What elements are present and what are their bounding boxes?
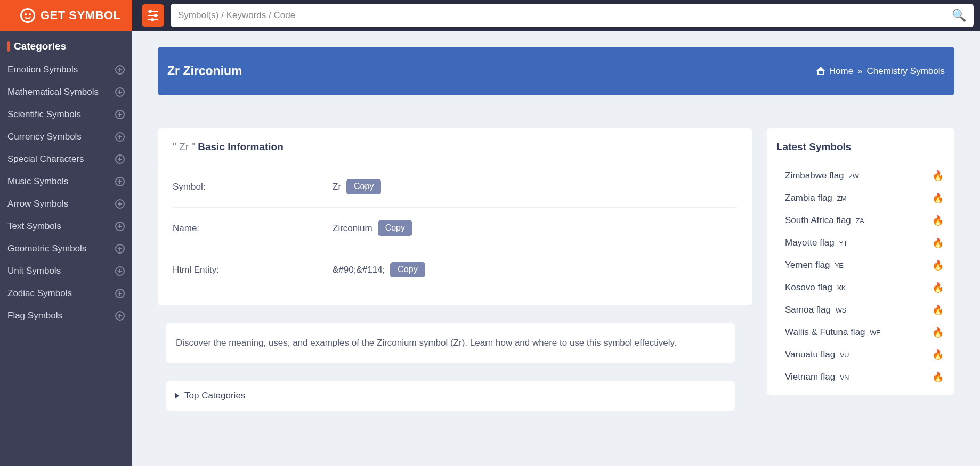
latest-item-label: Zambia flag ZM [785,193,846,203]
page-header: Zr Zirconium Home » Chemistry Symbols [158,47,954,95]
latest-item-label: Kosovo flag XK [785,282,846,293]
home-icon [816,68,825,75]
latest-item-label: Mayotte flag YT [785,238,847,248]
sidebar-item-label: Zodiac Symbols [7,288,72,299]
main-content: Zr Zirconium Home » Chemistry Symbols " … [132,31,980,466]
latest-item[interactable]: Vanuatu flag VU🔥 [770,344,951,366]
plus-circle-icon [115,266,125,276]
flag-glyph: ZA [856,217,864,225]
latest-item[interactable]: Kosovo flag XK🔥 [770,276,951,299]
sidebar-item[interactable]: Emotion Symbols [0,59,132,81]
search-box: 🔍 [171,4,974,27]
sidebar: Categories Emotion SymbolsMathematical S… [0,31,132,466]
latest-title: Latest Symbols [767,128,954,165]
sidebar-item[interactable]: Special Characters [0,148,132,170]
sidebar-item[interactable]: Mathematical Symbols [0,81,132,103]
info-row: Html Entity:&#90;&#114;Copy [173,249,737,290]
sidebar-title-text: Categories [14,40,66,52]
sidebar-item[interactable]: Geometric Symbols [0,238,132,260]
accordion-toggle[interactable]: Top Categories [175,390,726,401]
latest-item[interactable]: Mayotte flag YT🔥 [770,232,951,254]
sidebar-item-label: Unit Symbols [7,266,61,276]
latest-item[interactable]: Zambia flag ZM🔥 [770,187,951,209]
sidebar-item-label: Arrow Symbols [7,199,68,209]
header-title: Basic Information [198,141,283,152]
fire-icon: 🔥 [932,371,944,383]
top-categories-card: Top Categories [166,381,735,411]
brand-logo[interactable]: GET SYMBOL [0,0,132,31]
copy-button[interactable]: Copy [378,220,412,236]
info-value: ZrCopy [333,179,381,194]
sidebar-item-label: Currency Symbols [7,132,82,142]
search-area: 🔍 [132,4,980,27]
flag-glyph: WF [870,329,880,337]
latest-item[interactable]: Wallis & Futuna flag WF🔥 [770,321,951,344]
sidebar-item[interactable]: Unit Symbols [0,260,132,282]
info-label: Html Entity: [173,265,333,275]
brand-text: GET SYMBOL [41,9,120,22]
sidebar-item[interactable]: Flag Symbols [0,305,132,327]
copy-button[interactable]: Copy [390,262,425,277]
card-header: " Zr " Basic Information [158,128,752,166]
latest-item-label: Wallis & Futuna flag WF [785,327,880,338]
info-row: Name:ZirconiumCopy [173,208,737,249]
latest-item[interactable]: Zimbabwe flag ZW🔥 [770,165,951,187]
info-value: &#90;&#114;Copy [333,262,425,277]
flag-glyph: VN [840,373,849,381]
sidebar-item[interactable]: Scientific Symbols [0,103,132,126]
latest-item[interactable]: Yemen flag YE🔥 [770,254,951,276]
breadcrumb-home[interactable]: Home [829,66,853,77]
plus-circle-icon [115,311,125,321]
page-title: Zr Zirconium [167,64,242,78]
plus-circle-icon [115,289,125,298]
latest-item-label: Zimbabwe flag ZW [785,170,859,181]
filter-button[interactable] [142,4,164,27]
sidebar-item[interactable]: Currency Symbols [0,126,132,148]
info-label: Name: [173,223,333,234]
fire-icon: 🔥 [932,349,944,361]
info-value-text: Zr [333,182,341,192]
info-value-text: Zirconium [333,223,372,234]
sidebar-item[interactable]: Text Symbols [0,215,132,238]
fire-icon: 🔥 [932,282,944,293]
latest-item[interactable]: Vietnam flag VN🔥 [770,366,951,388]
plus-circle-icon [115,222,125,231]
flag-glyph: WS [836,306,846,314]
fire-icon: 🔥 [932,170,944,182]
plus-circle-icon [115,177,125,186]
info-value: ZirconiumCopy [333,220,412,236]
description-text: Discover the meaning, uses, and examples… [176,338,677,348]
flag-glyph: XK [837,284,846,292]
plus-circle-icon [115,244,125,254]
latest-item-label: Vanuatu flag VU [785,349,849,360]
latest-item[interactable]: Samoa flag WS🔥 [770,299,951,321]
sidebar-item[interactable]: Arrow Symbols [0,193,132,215]
sidebar-item-label: Flag Symbols [7,310,62,321]
fire-icon: 🔥 [932,237,944,249]
latest-item-label: Samoa flag WS [785,305,846,315]
breadcrumb-sep: » [857,66,862,77]
fire-icon: 🔥 [932,304,944,316]
plus-circle-icon [115,110,125,119]
sidebar-title: Categories [0,40,132,59]
flag-glyph: ZW [848,172,858,180]
info-value-text: &#90;&#114; [333,265,385,275]
sidebar-item[interactable]: Zodiac Symbols [0,282,132,305]
sidebar-item-label: Scientific Symbols [7,109,81,120]
sidebar-item-label: Geometric Symbols [7,243,86,254]
plus-circle-icon [115,199,125,209]
triangle-right-icon [175,393,179,399]
sliders-icon [148,11,158,20]
plus-circle-icon [115,87,125,97]
search-icon[interactable]: 🔍 [952,9,966,22]
description-card: Discover the meaning, uses, and examples… [166,323,735,363]
latest-item[interactable]: South Africa flag ZA🔥 [770,209,951,232]
sidebar-item-label: Text Symbols [7,221,61,232]
breadcrumb-current[interactable]: Chemistry Symbols [867,66,945,77]
fire-icon: 🔥 [932,215,944,226]
header-prefix: " Zr " [173,141,198,152]
sidebar-item-label: Emotion Symbols [7,64,78,75]
sidebar-item[interactable]: Music Symbols [0,170,132,193]
copy-button[interactable]: Copy [346,179,381,194]
search-input[interactable] [178,10,952,21]
